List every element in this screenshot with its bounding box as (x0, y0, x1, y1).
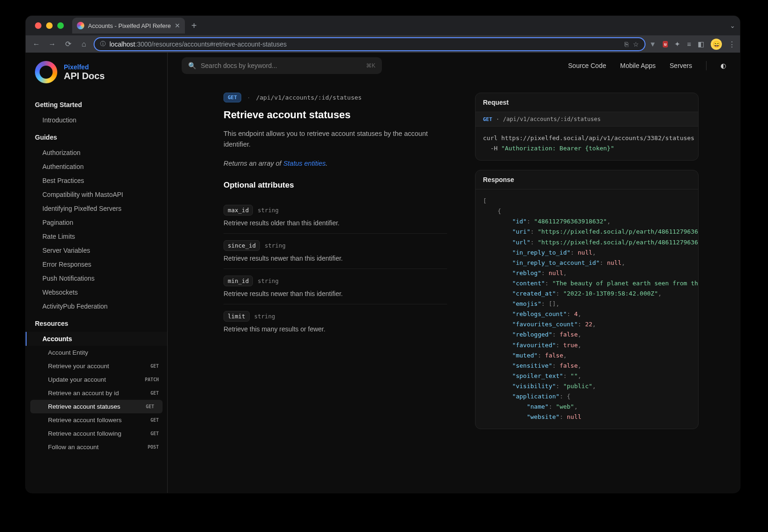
link-source-code[interactable]: Source Code (568, 62, 606, 69)
attr-name: since_id (224, 240, 260, 251)
curl-line1: curl https://pixelfed.social/api/v1/acco… (483, 135, 698, 141)
ublock-ext-icon[interactable]: u (663, 41, 668, 47)
extensions-icon[interactable]: ✦ (674, 40, 680, 48)
sidebar-item-label: Retrieve account following (48, 430, 122, 437)
pixelfed-logo-icon (35, 61, 57, 83)
sidebar-item-label: Identifying Pixelfed Servers (42, 205, 122, 212)
json-reblog: null (549, 269, 563, 276)
vue-ext-icon[interactable]: ▼ (649, 40, 656, 48)
attr-type: string (258, 207, 279, 214)
sidebar-item-pagination[interactable]: Pagination (26, 215, 167, 229)
logo-brand: Pixelfed (64, 63, 105, 71)
minimize-window-button[interactable] (46, 22, 53, 29)
side-panel-icon[interactable]: ◧ (698, 40, 704, 48)
attr-name: limit (224, 311, 250, 322)
reading-list-icon[interactable]: ≡ (687, 40, 691, 48)
page-title: Retrieve account statuses (224, 109, 447, 121)
theme-toggle-icon[interactable]: ◐ (720, 62, 726, 69)
sidebar-item-account-entity[interactable]: Account Entity (26, 346, 167, 359)
forward-button[interactable]: → (46, 40, 58, 48)
curl-header: "Authorization: Bearer {token}" (501, 145, 614, 152)
tab-dropdown-icon[interactable]: ⌄ (730, 22, 735, 29)
json-favourited: true (563, 342, 578, 349)
new-tab-button[interactable]: + (191, 20, 197, 31)
json-sensitive: false (559, 362, 578, 369)
sidebar-item-label: Authorization (42, 149, 81, 156)
sidebar-item-push-notifications[interactable]: Push Notifications (26, 271, 167, 285)
status-entities-link[interactable]: Status entities (283, 160, 326, 167)
chrome-menu-icon[interactable]: ⋮ (728, 40, 735, 48)
sidebar-item-retrieve-account-by-id[interactable]: Retrieve an account by idGET (26, 386, 167, 400)
sidebar-item-label: Authentication (42, 163, 84, 170)
attr-desc: Retrieve results older than this identif… (224, 219, 447, 227)
attr-limit: limitstring Retrieve this many results o… (224, 304, 447, 339)
method-badge: PATCH (145, 377, 159, 382)
sidebar-item-compatibility[interactable]: Compatibility with MastoAPI (26, 188, 167, 202)
browser-tab[interactable]: Accounts - Pixelfed API Refere ✕ (72, 18, 185, 34)
method-badge: GET (150, 418, 159, 423)
panel-header: Request (476, 93, 698, 112)
sidebar-item-label: Server Variables (42, 247, 90, 254)
close-window-button[interactable] (35, 22, 41, 29)
site-info-icon[interactable]: ⓘ (100, 40, 106, 48)
sidebar-item-retrieve-following[interactable]: Retrieve account followingGET (26, 427, 167, 440)
home-button[interactable]: ⌂ (78, 40, 90, 48)
json-in-reply-to-account-id: null (607, 259, 621, 266)
sidebar-item-update-your-account[interactable]: Update your accountPATCH (26, 373, 167, 386)
sidebar-item-label: Retrieve account followers (48, 417, 122, 424)
sidebar-item-retrieve-your-account[interactable]: Retrieve your accountGET (26, 359, 167, 373)
panel-endpoint: GET · /api/v1/accounts/:id/statuses (476, 112, 698, 127)
sidebar-item-accounts[interactable]: Accounts (26, 332, 167, 346)
logo-row[interactable]: Pixelfed API Docs (26, 53, 167, 94)
attr-desc: Retrieve results newer than this identif… (224, 290, 447, 297)
returns-prefix: Returns an array of (224, 160, 283, 167)
search-icon: 🔍 (188, 62, 196, 69)
search-placeholder: Search docs by keyword... (201, 62, 277, 69)
sidebar-item-label: Account Entity (48, 349, 88, 356)
sidebar-item-authorization[interactable]: Authorization (26, 146, 167, 160)
close-tab-icon[interactable]: ✕ (175, 22, 180, 29)
sidebar-item-authentication[interactable]: Authentication (26, 160, 167, 174)
attr-name: max_id (224, 205, 253, 215)
sidebar-item-rate-limits[interactable]: Rate Limits (26, 229, 167, 243)
sidebar-item-identifying[interactable]: Identifying Pixelfed Servers (26, 202, 167, 215)
sidebar-item-label: Websockets (42, 289, 78, 296)
link-servers[interactable]: Servers (670, 62, 692, 69)
back-button[interactable]: ← (30, 40, 42, 48)
sidebar-item-label: Error Responses (42, 261, 91, 268)
bookmark-icon[interactable]: ☆ (633, 40, 639, 48)
link-mobile-apps[interactable]: Mobile Apps (620, 62, 655, 69)
sidebar-item-retrieve-followers[interactable]: Retrieve account followersGET (26, 413, 167, 427)
install-app-icon[interactable]: ⎘ (625, 40, 628, 48)
search-shortcut: ⌘K (366, 62, 375, 69)
method-badge: GET (146, 404, 154, 409)
json-emojis: [] (549, 300, 556, 307)
json-id: 486112796363918632 (537, 218, 603, 225)
json-app-website: null (567, 413, 581, 420)
sidebar-item-follow-account[interactable]: Follow an accountPOST (26, 440, 167, 454)
sidebar-item-websockets[interactable]: Websockets (26, 285, 167, 299)
sidebar-item-introduction[interactable]: Introduction (26, 113, 167, 127)
url-input[interactable]: ⓘ localhost:3000/resources/accounts#retr… (94, 37, 646, 51)
endpoint-path: /api/v1/accounts/:id/statuses (503, 116, 601, 122)
attr-desc: Retrieve results newer than this identif… (224, 255, 447, 262)
json-visibility: public (567, 383, 589, 390)
sidebar-item-error-responses[interactable]: Error Responses (26, 257, 167, 271)
sidebar-item-server-variables[interactable]: Server Variables (26, 243, 167, 257)
maximize-window-button[interactable] (57, 22, 64, 29)
method-badge: GET (150, 364, 159, 369)
profile-avatar[interactable]: 😄 (711, 39, 722, 50)
sidebar-item-best-practices[interactable]: Best Practices (26, 174, 167, 188)
sidebar-item-retrieve-statuses[interactable]: Retrieve account statusesGET (30, 400, 163, 413)
separator-dot: · (247, 94, 251, 101)
json-favourites-count: 22 (585, 321, 592, 328)
response-json: [ { "id": "486112796363918632", "uri": "… (476, 189, 698, 429)
reload-button[interactable]: ⟳ (62, 40, 74, 48)
sidebar-section-header: Getting Started (26, 94, 167, 113)
search-input[interactable]: 🔍 Search docs by keyword... ⌘K (182, 57, 382, 74)
logo-subtitle: API Docs (64, 71, 105, 81)
top-links: Source Code Mobile Apps Servers ◐ (568, 61, 726, 70)
method-label: GET (483, 116, 492, 122)
chrome-header: Accounts - Pixelfed API Refere ✕ + ⌄ ← →… (26, 16, 740, 53)
sidebar-item-activitypub[interactable]: ActivityPub Federation (26, 299, 167, 313)
